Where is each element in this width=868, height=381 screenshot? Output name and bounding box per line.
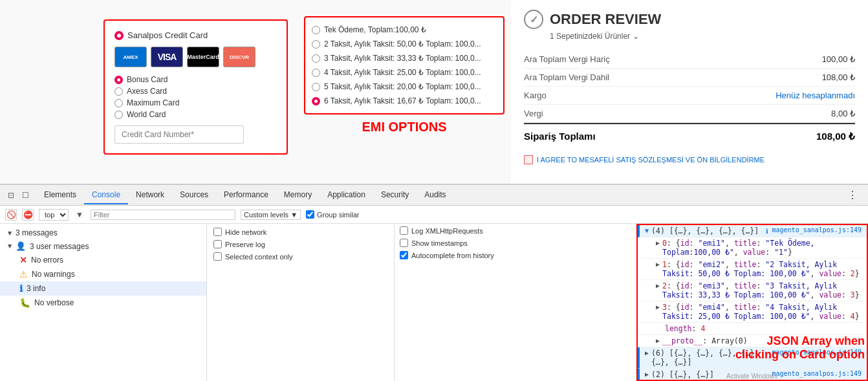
axess-card-radio[interactable]: [114, 87, 123, 96]
console-link-1[interactable]: magento_sanalpos.js:149: [772, 226, 862, 234]
console-area: ▼ (4) [{…}, {…}, {…}, {…}] ℹ magento_san…: [636, 224, 868, 381]
credit-card-input[interactable]: [114, 125, 244, 144]
devtools-more-icon[interactable]: ⋮: [842, 189, 863, 201]
expand-arrow-9[interactable]: ▶: [645, 371, 649, 378]
msg-3-info[interactable]: ℹ 3 info: [0, 281, 206, 296]
toolbar-block-icon[interactable]: ⛔: [22, 209, 34, 221]
tab-security[interactable]: Security: [373, 186, 417, 204]
verbose-icon: 🐛: [19, 298, 30, 308]
msg-no-warnings[interactable]: ⚠ No warnings: [0, 267, 206, 281]
emi-radio-1[interactable]: [312, 26, 320, 34]
emi-radio-6[interactable]: [312, 97, 320, 105]
opt-show-timestamps[interactable]: Show timestamps: [400, 239, 631, 247]
maximum-card-option[interactable]: Maximum Card: [114, 98, 277, 107]
expand-arrow-2[interactable]: ▶: [656, 239, 660, 246]
emi-radio-2[interactable]: [312, 40, 320, 49]
console-line-6: length: 4: [638, 323, 867, 335]
tab-memory[interactable]: Memory: [276, 186, 320, 204]
emi-item-6[interactable]: 6 Taksit, Aylık Taksit: 16,67 ₺ Toplam: …: [305, 94, 503, 108]
emi-box: Tek Ödeme, Toplam:100,00 ₺ 2 Taksit, Ayl…: [304, 16, 505, 114]
emi-radio-3[interactable]: [312, 54, 320, 63]
activate-windows-text: Activate Windows: [726, 373, 777, 380]
expand-arrow-3[interactable]: ▶: [656, 261, 660, 268]
console-line-1[interactable]: ▼ (4) [{…}, {…}, {…}, {…}] ℹ magento_san…: [638, 225, 867, 237]
opt-autocomplete[interactable]: Autocomplete from history: [400, 251, 631, 259]
emi-item-5[interactable]: 5 Taksit, Aylık Taksit: 20,00 ₺ Toplam: …: [305, 80, 503, 94]
check-icon: ✓: [524, 10, 543, 29]
devtools-icons: ⊡ ☐: [5, 190, 31, 201]
agree-row: I AGREE TO MESAFELİ SATIŞ SÖZLEŞMESİ VE …: [524, 155, 855, 164]
toolbar-arrow-icon[interactable]: ▼: [74, 209, 85, 221]
order-row-shipping: Kargo Henüz hesaplanmadı: [524, 87, 855, 105]
group-similar-checkbox[interactable]: Group similar: [306, 210, 359, 219]
tab-application[interactable]: Application: [320, 186, 373, 204]
console-link-9[interactable]: magento_sanalpos.js:149: [772, 370, 862, 377]
opt-selected-context[interactable]: Selected context only: [213, 252, 387, 261]
tab-network[interactable]: Network: [128, 186, 172, 204]
opt-log-xhr[interactable]: Log XMLHttpRequests: [400, 226, 631, 235]
bonus-card-option[interactable]: Bonus Card: [114, 75, 277, 84]
custom-levels-dropdown[interactable]: Custom levels ▼: [241, 210, 301, 220]
emi-radio-4[interactable]: [312, 69, 320, 77]
console-line-5[interactable]: ▶ 3: {id: "emi4", title: "4 Taksit, Aylı…: [638, 301, 867, 323]
order-row-tax: Vergi 8,00 ₺: [524, 105, 855, 123]
console-line-4[interactable]: ▶ 2: {id: "emi3", title: "3 Taksit, Aylı…: [638, 280, 867, 301]
tab-audits[interactable]: Audits: [417, 186, 453, 204]
info-icon: ℹ: [19, 283, 23, 294]
toolbar-ban-icon[interactable]: 🚫: [5, 209, 17, 221]
card-options-list: Bonus Card Axess Card Maximum Card World…: [114, 75, 277, 119]
expand-arrow-8[interactable]: ▶: [645, 349, 649, 356]
emi-item-4[interactable]: 4 Taksit, Aylık Taksit: 25,00 ₺ Toplam: …: [305, 65, 503, 80]
devtools-messages-panel: ▶ 3 messages ▶ 👤 3 user messages ✕ No er…: [0, 224, 207, 381]
order-row-pretax: Ara Toplam Vergi Hariç 100,00 ₺: [524, 50, 855, 69]
world-card-radio[interactable]: [114, 111, 123, 119]
emi-item-3[interactable]: 3 Taksit, Aylık Taksit: 33,33 ₺ Toplam: …: [305, 51, 503, 65]
tab-elements[interactable]: Elements: [36, 186, 84, 204]
expand-arrow-7[interactable]: ▶: [656, 337, 660, 344]
order-title: ✓ ORDER REVIEW: [524, 10, 855, 29]
error-icon: ✕: [19, 255, 27, 265]
devtools-tabs: ⊡ ☐ Elements Console Network Sources Per…: [0, 185, 868, 206]
tab-sources[interactable]: Sources: [172, 186, 216, 204]
devtools-toolbar: 🚫 ⛔ top ▼ Custom levels ▼ Group similar: [0, 206, 868, 224]
emi-item-1[interactable]: Tek Ödeme, Toplam:100,00 ₺: [305, 23, 503, 37]
msg-no-errors[interactable]: ✕ No errors: [0, 253, 206, 267]
opt-hide-network[interactable]: Hide network: [213, 228, 387, 236]
card-option-box: Sanalpos Credit Card AMEX VISA MasterCar…: [103, 19, 288, 155]
context-select[interactable]: top: [39, 209, 69, 221]
devtools-mobile-icon[interactable]: ☐: [19, 190, 31, 201]
msg-no-verbose[interactable]: 🐛 No verbose: [0, 296, 206, 310]
world-card-option[interactable]: World Card: [114, 110, 277, 119]
expand-arrow-4[interactable]: ▶: [656, 282, 660, 289]
emi-radio-5[interactable]: [312, 83, 320, 91]
expand-arrow-5[interactable]: ▶: [656, 303, 660, 310]
axess-card-option[interactable]: Axess Card: [114, 87, 277, 96]
emi-options-label: EMI OPTIONS: [304, 120, 505, 135]
msg-user-messages[interactable]: ▶ 👤 3 user messages: [0, 239, 206, 253]
sanalpos-radio[interactable]: [114, 31, 124, 40]
tab-console[interactable]: Console: [84, 186, 128, 204]
visa-logo: VISA: [151, 47, 183, 67]
warning-icon: ⚠: [19, 269, 28, 279]
filter-input[interactable]: [91, 210, 235, 220]
opt-preserve-log[interactable]: Preserve log: [213, 240, 387, 248]
bonus-card-radio[interactable]: [114, 76, 123, 84]
sanalpos-title: Sanalpos Credit Card: [114, 30, 277, 40]
console-line-2[interactable]: ▶ 0: {id: "emi1", title: "Tek Ödeme, Top…: [638, 237, 867, 259]
amex-logo: AMEX: [114, 47, 147, 67]
expand-arrow-1[interactable]: ▼: [645, 227, 649, 234]
order-row-withtax: Ara Toplam Vergi Dahil 108,00 ₺: [524, 69, 855, 87]
msg-3-messages[interactable]: ▶ 3 messages: [0, 226, 206, 239]
emi-item-2[interactable]: 2 Taksit, Aylık Taksit: 50,00 ₺ Toplam: …: [305, 37, 503, 51]
json-annotation: JSON Array when clicking on Card option: [735, 334, 865, 362]
console-line-3[interactable]: ▶ 1: {id: "emi2", title: "2 Taksit, Aylı…: [638, 259, 867, 280]
tab-performance[interactable]: Performance: [216, 186, 276, 204]
discover-logo: DISCVR: [223, 47, 255, 67]
agree-checkbox[interactable]: [524, 155, 533, 164]
maximum-card-radio[interactable]: [114, 99, 123, 107]
mastercard-logo: MasterCard: [187, 47, 219, 67]
devtools-inspect-icon[interactable]: ⊡: [5, 190, 17, 201]
card-logos: AMEX VISA MasterCard DISCVR: [114, 47, 277, 67]
order-subtitle: 1 Sepetinizdeki Ürünler ⌄: [550, 32, 855, 41]
expand-icon: ▶: [7, 231, 13, 235]
